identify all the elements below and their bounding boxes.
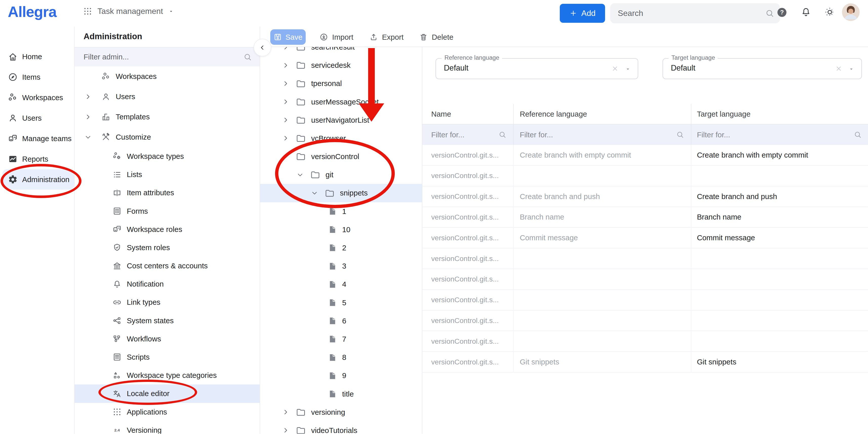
expander-chevron-icon[interactable] [83,133,94,141]
expander-chevron-icon[interactable] [294,171,306,179]
admin-filter-input[interactable]: Filter admin... [75,47,260,67]
tree-item[interactable]: 5 [260,293,422,311]
import-button[interactable]: Import [319,29,353,45]
tree-item[interactable]: 7 [260,330,422,348]
tree-item[interactable]: tpersonal [260,74,422,93]
tree-item[interactable]: 8 [260,348,422,366]
tree-item[interactable]: snippets [260,184,422,202]
cell-target-value[interactable]: Commit message [691,228,868,248]
delete-button[interactable]: Delete [419,29,454,45]
tree-item[interactable]: 3 [260,257,422,275]
cell-name[interactable]: versionControl.git.s... [422,228,514,248]
cell-target-value[interactable] [691,290,868,310]
cell-target-value[interactable] [691,331,868,352]
cell-target-value[interactable]: Create branch and push [691,187,868,207]
admin-tree-item[interactable]: Customize [75,127,260,147]
expander-chevron-icon[interactable] [280,47,291,51]
export-button[interactable]: Export [369,29,404,45]
tree-item[interactable]: 2 [260,239,422,257]
expander-chevron-icon[interactable] [280,61,291,70]
theme-sun-icon[interactable] [824,7,835,18]
cell-name[interactable]: versionControl.git.s... [422,145,514,166]
cell-target-value[interactable]: Git snippets [691,352,868,372]
expander-chevron-icon[interactable] [280,408,291,416]
tree-item[interactable]: 6 [260,312,422,330]
sidebar-item[interactable]: Items [0,67,74,88]
admin-tree-item[interactable]: Workflows [75,330,260,348]
reference-language-select[interactable]: Reference language Default [436,58,638,79]
expander-chevron-icon[interactable] [280,98,291,106]
admin-tree-item[interactable]: Workspace roles [75,220,260,238]
clear-icon[interactable] [835,65,843,73]
admin-tree-item[interactable]: System states [75,311,260,330]
cell-target-value[interactable]: Create branch with empty commit [691,145,868,166]
tree-item[interactable]: title [260,385,422,403]
expander-chevron-icon[interactable] [83,93,94,101]
filter-reference-input[interactable]: Filter for... [514,125,691,145]
expander-chevron-icon[interactable] [280,426,291,434]
help-icon[interactable] [776,7,788,18]
dropdown-caret-icon[interactable] [625,66,631,72]
admin-tree-item[interactable]: Templates [75,107,260,127]
tree-item[interactable]: versioning [260,403,422,421]
cell-name[interactable]: versionControl.git.s... [422,290,514,310]
cell-target-value[interactable] [691,310,868,331]
cell-name[interactable]: versionControl.git.s... [422,269,514,290]
search-input[interactable]: Search [610,3,780,23]
cell-name[interactable]: versionControl.git.s... [422,166,514,187]
expander-chevron-icon[interactable] [280,79,291,88]
expander-chevron-icon[interactable] [280,116,291,124]
admin-tree-item[interactable]: Scripts [75,348,260,366]
column-header-target[interactable]: Target language [691,104,868,125]
admin-tree-item[interactable]: Workspace types [75,147,260,165]
save-button[interactable]: Save [270,29,306,45]
tree-item[interactable]: versionControl [260,147,422,166]
cell-target-value[interactable]: Branch name [691,207,868,228]
tree-item[interactable]: 1 [260,202,422,221]
cell-name[interactable]: versionControl.git.s... [422,310,514,331]
collapse-panel-button[interactable] [254,39,271,57]
expander-chevron-icon[interactable] [280,134,291,142]
filter-name-input[interactable]: Filter for... [422,125,514,145]
admin-tree-item[interactable]: Notification [75,275,260,293]
sidebar-item[interactable]: Administration [2,169,74,190]
filter-target-input[interactable]: Filter for... [691,125,868,145]
clear-icon[interactable] [611,65,619,73]
sidebar-item[interactable]: Users [0,108,74,129]
tree-item[interactable]: 9 [260,366,422,385]
admin-tree-item[interactable]: Link types [75,293,260,311]
tree-item[interactable]: servicedesk [260,56,422,74]
user-avatar[interactable] [842,3,860,21]
admin-tree-item[interactable]: Lists [75,165,260,183]
tree-item[interactable]: searchResult [260,47,422,56]
cell-name[interactable]: versionControl.git.s... [422,352,514,372]
cell-target-value[interactable] [691,269,868,290]
add-button[interactable]: Add [560,4,605,23]
admin-tree-item[interactable]: Cost centers & accounts [75,257,260,275]
cell-name[interactable]: versionControl.git.s... [422,248,514,269]
admin-tree-item[interactable]: Workspace type categories [75,366,260,385]
cell-target-value[interactable] [691,248,868,269]
tree-item[interactable]: vcBrowser [260,129,422,147]
tree-item[interactable]: git [260,166,422,184]
expander-chevron-icon[interactable] [83,113,94,121]
tree-item[interactable]: 4 [260,275,422,293]
cell-target-value[interactable] [691,166,868,187]
tree-item[interactable]: 10 [260,221,422,239]
column-header-reference[interactable]: Reference language [514,104,691,125]
tree-item[interactable]: videoTutorials [260,421,422,434]
admin-tree-item[interactable]: Versioning [75,421,260,434]
dropdown-caret-icon[interactable] [848,66,855,72]
tree-item[interactable]: userMessageSocket [260,93,422,111]
cell-name[interactable]: versionControl.git.s... [422,207,514,228]
cell-name[interactable]: versionControl.git.s... [422,331,514,352]
sidebar-item[interactable]: Workspaces [0,88,74,108]
notifications-bell-icon[interactable] [800,7,812,18]
target-language-select[interactable]: Target language Default [662,58,862,79]
admin-tree-item[interactable]: System roles [75,238,260,257]
admin-tree-item[interactable]: Workspaces [75,67,260,87]
admin-tree-item[interactable]: Locale editor [75,385,260,403]
admin-tree-item[interactable]: Forms [75,202,260,220]
admin-tree-item[interactable]: Users [75,87,260,107]
admin-tree-item[interactable]: Item attributes [75,183,260,202]
